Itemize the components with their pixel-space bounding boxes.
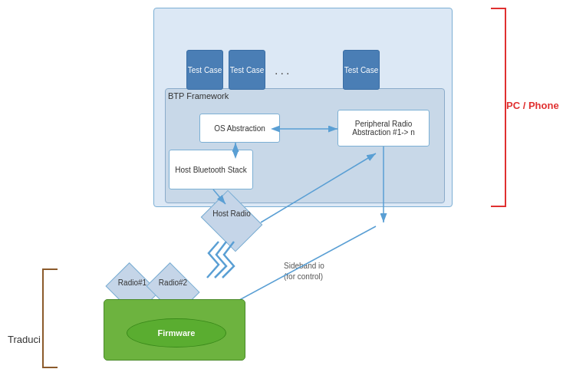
lightning-2 (215, 242, 226, 278)
pc-phone-bracket (491, 8, 506, 207)
diagram-container: BTP Framework Test Case Test Case ... Te… (0, 0, 586, 392)
test-case-2: Test Case (229, 50, 265, 90)
pc-phone-label: PC / Phone (506, 100, 559, 111)
os-abstraction-box: OS Abstraction (199, 114, 280, 143)
btp-framework-label: BTP Framework (168, 91, 229, 100)
firmware-ellipse: Firmware (127, 318, 226, 348)
traduci-label: Traduci (8, 334, 41, 345)
host-radio-label: Host Radio (201, 209, 262, 219)
host-bluetooth-box: Host Bluetooth Stack (169, 150, 253, 189)
radio2-label: Radio#2 (148, 278, 198, 287)
lightning-1 (207, 242, 219, 278)
traduci-bracket (42, 268, 58, 368)
test-case-3: Test Case (343, 50, 380, 90)
peripheral-radio-box: Peripheral Radio Abstraction #1-> n (337, 110, 430, 147)
test-case-1: Test Case (186, 50, 223, 90)
sideband-io-label: Sideband io(for control) (284, 261, 324, 282)
test-case-ellipsis: ... (275, 64, 291, 77)
